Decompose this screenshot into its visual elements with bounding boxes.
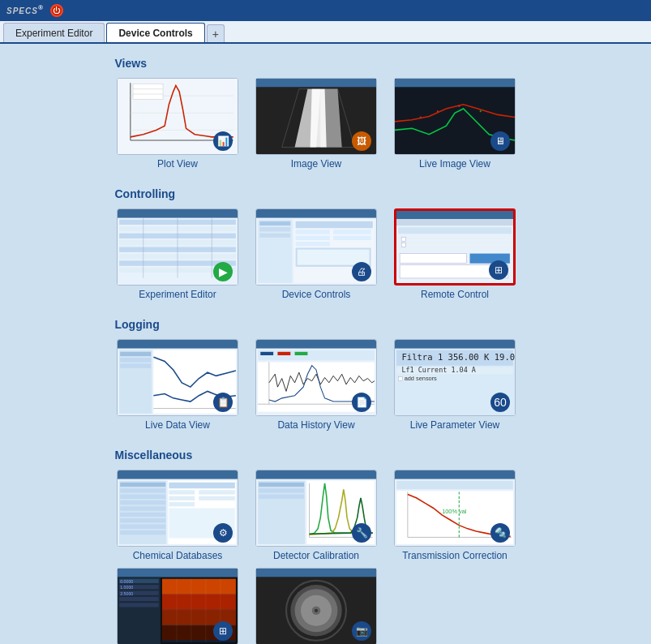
svg-rect-99 [120, 530, 165, 535]
svg-rect-55 [398, 241, 512, 245]
views-grid: 📊 Plot View [115, 78, 518, 170]
device-controls-thumb: 🖨 [255, 208, 377, 286]
logging-grid: 📋 Live Data View [115, 339, 518, 431]
svg-rect-118 [395, 470, 515, 479]
remote-icon: ⊞ [489, 260, 508, 280]
svg-rect-54 [398, 235, 512, 239]
svg-rect-46 [333, 236, 371, 240]
svg-rect-61 [401, 243, 405, 247]
transmission-icon: 🔩 [490, 523, 510, 543]
svg-rect-47 [296, 242, 330, 246]
svg-rect-105 [199, 496, 234, 500]
svg-rect-44 [333, 230, 371, 234]
svg-rect-42 [296, 221, 373, 228]
svg-rect-126 [118, 569, 238, 577]
card-live-parameter-view[interactable]: Filtra 1 356.00 K 19.00 K Lf1 Current 1.… [392, 339, 518, 431]
card-transmission-correction[interactable]: 100% val 🔩 Transmission Correction [392, 470, 518, 561]
chemical-databases-label: Chemical Databases [133, 550, 223, 561]
svg-rect-149 [256, 569, 376, 577]
svg-rect-111 [259, 483, 304, 487]
card-remote-control[interactable]: ⊞ Remote Control [392, 208, 518, 300]
card-data-history-view[interactable]: 📄 Data History View [254, 339, 379, 431]
svg-rect-52 [396, 219, 513, 225]
experiment-editor-label: Experiment Editor [139, 289, 216, 300]
controlling-grid: ▶ Experiment Editor [115, 208, 518, 300]
transmission-correction-thumb: 100% val 🔩 [394, 470, 516, 547]
svg-text:Filtra 1   356.00 K  19.00 K: Filtra 1 356.00 K 19.00 K [401, 352, 515, 362]
miscellaneous2-grid: 0.0000 1.0000 2.5000 [115, 568, 518, 644]
play-icon: ▶ [213, 262, 233, 281]
param-icon: 60 [490, 393, 510, 412]
svg-rect-45 [296, 236, 330, 240]
chemical-databases-thumb: ⚙ [117, 470, 238, 547]
miscellaneous-grid: ⚙ Chemical Databases [115, 470, 518, 561]
svg-rect-38 [259, 221, 290, 225]
svg-rect-56 [398, 247, 512, 251]
svg-point-17 [420, 117, 422, 118]
svg-rect-67 [120, 364, 151, 368]
card-device-controls[interactable]: 🖨 Device Controls [254, 208, 379, 300]
section-miscellaneous-title: Miscellaneous [115, 449, 518, 462]
card-image-view[interactable]: 🖼 Image View [254, 78, 379, 170]
svg-rect-101 [169, 483, 234, 488]
live-image-icon: 🖥 [490, 131, 510, 151]
card-experiment-editor[interactable]: ▶ Experiment Editor [115, 208, 241, 300]
card-camera-view[interactable]: 📷 Camera View [254, 568, 379, 644]
transform-icon: ⊞ [213, 621, 233, 641]
svg-rect-112 [259, 488, 304, 492]
svg-rect-106 [169, 502, 195, 506]
svg-rect-15 [395, 79, 515, 88]
svg-rect-66 [120, 358, 151, 362]
live-image-view-label: Live Image View [419, 158, 490, 170]
card-detector-calibration[interactable]: 🔧 Detector Calibration [254, 470, 379, 561]
title-bar: SPECS® ⏻ [0, 0, 651, 21]
section-views-title: Views [115, 57, 518, 70]
svg-rect-10 [256, 79, 376, 88]
svg-rect-131 [119, 597, 159, 601]
experiment-editor-thumb: ▶ [117, 208, 238, 286]
plot-view-label: Plot View [157, 158, 198, 170]
plot-view-thumb: 📊 [117, 78, 238, 155]
history-icon: 📄 [352, 393, 371, 412]
card-plot-view[interactable]: 📊 Plot View [115, 78, 241, 170]
svg-text:1.0000: 1.0000 [120, 585, 133, 590]
card-image-transformation[interactable]: 0.0000 1.0000 2.5000 [115, 568, 241, 644]
live-parameter-view-label: Live Parameter View [410, 419, 500, 431]
svg-rect-104 [169, 496, 195, 500]
svg-rect-109 [256, 470, 376, 479]
svg-rect-39 [259, 227, 290, 231]
detector-calibration-thumb: 🔧 [255, 470, 377, 547]
tab-device-controls[interactable]: Device Controls [106, 23, 204, 42]
live-data-view-label: Live Data View [145, 419, 210, 431]
card-chemical-databases[interactable]: ⚙ Chemical Databases [115, 470, 241, 561]
svg-rect-73 [260, 352, 273, 355]
device-controls-label: Device Controls [282, 289, 351, 300]
card-live-data-view[interactable]: 📋 Live Data View [115, 339, 241, 431]
section-controlling-title: Controlling [115, 187, 518, 200]
svg-rect-132 [119, 603, 159, 607]
tab-bar: Experiment Editor Device Controls + [0, 21, 651, 44]
svg-rect-72 [258, 350, 375, 361]
power-button[interactable]: ⏻ [50, 4, 63, 17]
svg-rect-119 [396, 481, 513, 490]
svg-point-20 [480, 110, 482, 112]
svg-rect-60 [401, 237, 405, 241]
plot-icon: 📊 [213, 131, 233, 151]
svg-rect-86 [398, 376, 402, 380]
section-views: Views [115, 57, 518, 176]
svg-rect-94 [120, 500, 165, 504]
tab-add-button[interactable]: + [207, 24, 225, 42]
tab-experiment-editor[interactable]: Experiment Editor [3, 23, 105, 42]
camera-icon: 📷 [352, 621, 371, 641]
remote-control-label: Remote Control [421, 289, 489, 300]
svg-rect-137 [162, 579, 236, 595]
image-view-thumb: 🖼 [255, 78, 377, 155]
svg-rect-89 [118, 470, 238, 479]
remote-control-thumb: ⊞ [394, 208, 516, 286]
svg-text:0.0000: 0.0000 [120, 579, 133, 584]
svg-rect-75 [295, 352, 308, 355]
svg-point-18 [437, 110, 439, 112]
svg-text:2.5000: 2.5000 [120, 591, 133, 596]
main-content: Views [0, 44, 651, 644]
card-live-image-view[interactable]: 🖥 Live Image View [392, 78, 518, 170]
